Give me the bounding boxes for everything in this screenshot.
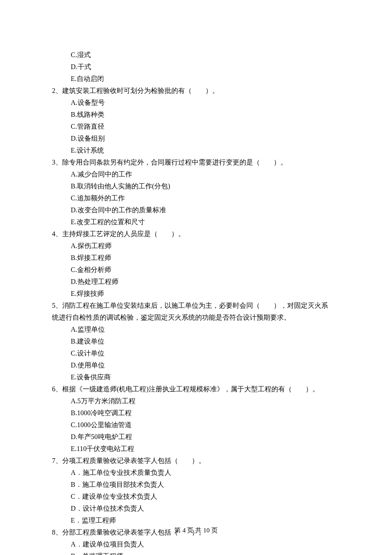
question-7-option-b: B．施工单位项目部技术负责人 bbox=[52, 479, 340, 491]
page-footer: 第 4 页 共 10 页 bbox=[0, 525, 392, 536]
page-content: C.湿式 D.干式 E.自动启闭 2、建筑安装工程验收时可划分为检验批的有（ ）… bbox=[0, 0, 392, 555]
prev-option-d: D.干式 bbox=[52, 61, 340, 73]
question-6-option-e: E.110千伏变电站工程 bbox=[52, 443, 340, 455]
question-4-option-e: E.焊接技师 bbox=[52, 288, 340, 300]
question-2-option-a: A.设备型号 bbox=[52, 97, 340, 109]
question-5-stem: 5、消防工程在施工单位安装结束后，以施工单位为主，必要时会同（ ），对固定灭火系 bbox=[52, 300, 340, 312]
question-5-option-d: D.使用单位 bbox=[52, 359, 340, 371]
question-8-option-b: B．总监理工程师 bbox=[52, 550, 340, 555]
question-3-option-a: A.减少合同中的工作 bbox=[52, 168, 340, 180]
question-8-option-a: A．建设单位项目负责人 bbox=[52, 538, 340, 550]
question-7-option-a: A．施工单位专业技术质量负责人 bbox=[52, 467, 340, 479]
question-3-option-d: D.改变合同中的工作的质量标准 bbox=[52, 204, 340, 216]
question-2-stem: 2、建筑安装工程验收时可划分为检验批的有（ ）。 bbox=[52, 85, 340, 97]
question-2-option-d: D.设备组别 bbox=[52, 133, 340, 145]
prev-option-e: E.自动启闭 bbox=[52, 73, 340, 85]
question-5-option-b: B.建设单位 bbox=[52, 335, 340, 347]
question-5-option-c: C.设计单位 bbox=[52, 347, 340, 359]
prev-option-c: C.湿式 bbox=[52, 49, 340, 61]
question-5-option-a: A.监理单位 bbox=[52, 324, 340, 335]
question-6-option-a: A.5万平方米消防工程 bbox=[52, 395, 340, 407]
question-4-option-d: D.热处理工程师 bbox=[52, 276, 340, 288]
question-4-option-b: B.焊接工程师 bbox=[52, 252, 340, 264]
question-2-option-c: C.管路直径 bbox=[52, 121, 340, 133]
question-4-stem: 4、主持焊接工艺评定的人员应是（ ）。 bbox=[52, 228, 340, 240]
question-3-option-e: E.改变工程的位置和尺寸 bbox=[52, 216, 340, 228]
question-4-option-a: A.探伤工程师 bbox=[52, 240, 340, 252]
question-3-stem: 3、除专用合同条款另有约定外，合同履行过程中需要进行变更的是（ ）。 bbox=[52, 156, 340, 168]
question-2-option-e: E.设计系统 bbox=[52, 145, 340, 156]
question-6-stem: 6、根据《一级建造师(机电工程)注册执业工程规模标准》，属于大型工程的有（ ）。 bbox=[52, 383, 340, 395]
question-6-option-b: B.1000冷吨空调工程 bbox=[52, 407, 340, 419]
question-4-option-c: C.金相分析师 bbox=[52, 264, 340, 276]
question-7-option-d: D．设计单位技术负责人 bbox=[52, 503, 340, 515]
question-2-option-b: B.线路种类 bbox=[52, 109, 340, 121]
question-6-option-c: C.1000公里输油管道 bbox=[52, 419, 340, 431]
question-5-option-e: E.设备供应商 bbox=[52, 371, 340, 383]
question-7-option-c: C．建设单位专业技术负责人 bbox=[52, 491, 340, 503]
question-3-option-c: C.追加额外的工作 bbox=[52, 192, 340, 204]
question-6-option-d: D.年产50吨电炉工程 bbox=[52, 431, 340, 443]
question-5-stem-continuation: 统进行自检性质的调试检验，鉴定固定灭火系统的功能是否符合设计预期要求。 bbox=[52, 312, 340, 324]
question-7-stem: 7、分项工程质量验收记录表签字人包括（ ）。 bbox=[52, 455, 340, 467]
question-3-option-b: B.取消转由他人实施的工作(分包) bbox=[52, 180, 340, 192]
